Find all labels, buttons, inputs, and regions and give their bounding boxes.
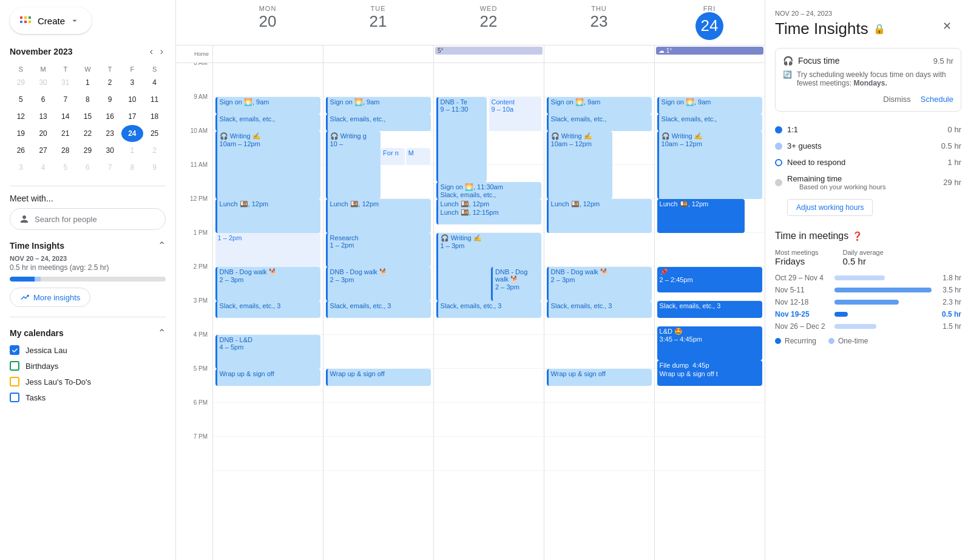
adjust-working-hours-button[interactable]: Adjust working hours	[787, 199, 873, 216]
dismiss-button[interactable]: Dismiss	[883, 95, 911, 104]
calendar-event[interactable]: M	[406, 148, 430, 165]
calendar-event[interactable]: Sign on 🌅, 9am	[326, 97, 431, 114]
calendar-event[interactable]: Wrap up & sign off	[215, 369, 321, 386]
mini-cal-day[interactable]: 20	[32, 125, 55, 142]
calendar-event[interactable]: Sign on 🌅, 9am	[657, 97, 763, 114]
mini-cal-day[interactable]: 4	[143, 74, 166, 91]
day-number[interactable]: 22	[480, 12, 498, 31]
mini-cal-day[interactable]: 11	[143, 91, 166, 108]
mini-cal-day[interactable]: 10	[121, 91, 144, 108]
calendar-event[interactable]: Slack, emails, etc.,	[547, 114, 652, 131]
day-number[interactable]: 20	[259, 12, 277, 31]
schedule-button[interactable]: Schedule	[921, 95, 953, 104]
calendar-event[interactable]: Slack, emails, etc., 3	[215, 301, 321, 318]
mini-cal-day[interactable]: 1	[121, 142, 144, 159]
mini-cal-next[interactable]: ›	[158, 44, 166, 59]
calendar-event[interactable]: 📌 2 – 2:45pm	[657, 267, 763, 292]
day-number[interactable]: 21	[370, 12, 387, 31]
calendar-event[interactable]: Sign on 🌅, 9am	[215, 97, 321, 114]
calendar-event[interactable]: 🎧 Writing ✍️ 10am – 12pm	[657, 131, 763, 199]
mini-cal-day[interactable]: 29	[76, 142, 99, 159]
mini-cal-day[interactable]: 14	[54, 108, 76, 125]
mini-cal-day[interactable]: 12	[10, 108, 32, 125]
calendar-event[interactable]: 1 – 2pm	[215, 233, 321, 267]
mini-cal-day[interactable]: 13	[32, 108, 55, 125]
search-people-button[interactable]: Search for people	[10, 208, 166, 230]
calendar-event[interactable]: Lunch 🍱, 12pm	[657, 199, 745, 233]
my-calendars-collapse[interactable]: ⌃	[158, 327, 166, 339]
calendar-event[interactable]: DNB - Te 9 – 11:30	[436, 97, 487, 182]
mini-cal-day[interactable]: 25	[143, 125, 166, 142]
mini-cal-day[interactable]: 16	[99, 108, 121, 125]
mini-cal-day[interactable]: 3	[10, 159, 32, 176]
calendar-event[interactable]: Content 9 – 10a	[489, 97, 542, 131]
calendar-event[interactable]: 🎧 Writing ✍️ 10am – 12pm	[547, 131, 613, 199]
calendar-event[interactable]: DNB - Dog walk 🐕 2 – 3pm	[326, 267, 431, 301]
mini-cal-day[interactable]: 22	[76, 125, 99, 142]
mini-cal-day[interactable]: 2	[143, 142, 166, 159]
create-button[interactable]: Create	[10, 7, 92, 34]
calendar-event[interactable]: Wrap up & sign off	[326, 369, 431, 386]
mini-cal-day[interactable]: 29	[10, 74, 32, 91]
calendar-event[interactable]: DNB - Dog walk 🐕 2 – 3pm	[215, 267, 321, 301]
calendar-event[interactable]: DNB - Dog walk 🐕 2 – 3pm	[547, 267, 652, 301]
mini-cal-day[interactable]: 24	[121, 125, 144, 142]
mini-cal-day[interactable]: 1	[76, 74, 99, 91]
mini-cal-day[interactable]: 8	[121, 159, 144, 176]
calendar-item[interactable]: Jessica Lau	[10, 342, 166, 358]
time-insights-collapse[interactable]: ⌃	[158, 240, 166, 251]
mini-cal-day[interactable]: 7	[54, 91, 76, 108]
mini-cal-day[interactable]: 21	[54, 125, 76, 142]
mini-cal-day[interactable]: 5	[54, 159, 76, 176]
calendar-event[interactable]: L&D 🤩 3:45 – 4:45pm	[657, 326, 763, 360]
mini-cal-day[interactable]: 4	[32, 159, 55, 176]
calendar-event[interactable]: Slack, emails, etc., 3	[547, 301, 652, 318]
calendar-event[interactable]: Lunch 🍱, 12pm	[326, 199, 431, 233]
calendar-event[interactable]: Lunch 🍱, 12:15pm	[436, 207, 542, 224]
mini-cal-day[interactable]: 26	[10, 142, 32, 159]
all-day-event-fri[interactable]: ☁ 1°	[656, 47, 763, 55]
mini-cal-day[interactable]: 9	[143, 159, 166, 176]
mini-cal-day[interactable]: 6	[32, 91, 55, 108]
mini-cal-day[interactable]: 7	[99, 159, 121, 176]
mini-cal-day[interactable]: 30	[32, 74, 55, 91]
mini-cal-day[interactable]: 8	[76, 91, 99, 108]
calendar-event[interactable]: Slack, emails, etc.,	[326, 114, 431, 131]
calendar-event[interactable]: DNB - Dog walk 🐕 2 – 3pm	[491, 267, 541, 301]
calendar-event[interactable]: For n	[381, 148, 405, 165]
calendar-item[interactable]: Jess Lau's To-Do's	[10, 374, 166, 390]
calendar-item[interactable]: Tasks	[10, 390, 166, 405]
calendar-event[interactable]: Slack, emails, etc.,	[657, 114, 763, 131]
mini-cal-day[interactable]: 31	[54, 74, 76, 91]
mini-cal-day[interactable]: 3	[121, 74, 144, 91]
mini-cal-day[interactable]: 6	[76, 159, 99, 176]
calendar-event[interactable]: Lunch 🍱, 12pm	[547, 199, 652, 233]
calendar-item[interactable]: Birthdays	[10, 358, 166, 374]
calendar-event[interactable]: DNB - L&D 4 – 5pm	[215, 335, 321, 369]
day-number[interactable]: 24	[695, 12, 723, 40]
calendar-event[interactable]: Slack, emails, etc., 3	[436, 301, 542, 318]
mini-cal-prev[interactable]: ‹	[147, 44, 155, 59]
calendar-event[interactable]: Slack, emails, etc.,	[215, 114, 321, 131]
mini-cal-day[interactable]: 30	[99, 142, 121, 159]
mini-cal-day[interactable]: 2	[99, 74, 121, 91]
mini-cal-day[interactable]: 9	[99, 91, 121, 108]
calendar-event[interactable]: Wrap up & sign off t	[657, 369, 763, 386]
calendar-event[interactable]: Slack, emails, etc., 3	[326, 301, 431, 318]
calendar-event[interactable]: Research 1 – 2pm	[326, 233, 431, 267]
mini-cal-day[interactable]: 28	[54, 142, 76, 159]
mini-cal-day[interactable]: 17	[121, 108, 144, 125]
mini-cal-day[interactable]: 27	[32, 142, 55, 159]
more-insights-button[interactable]: More insights	[10, 288, 90, 307]
calendar-event[interactable]: 🎧 Writing ✍️ 10am – 12pm	[215, 131, 321, 199]
calendar-event[interactable]: 🎧 Writing g 10 –	[326, 131, 381, 199]
mini-cal-day[interactable]: 5	[10, 91, 32, 108]
calendar-event[interactable]: Wrap up & sign off	[547, 369, 652, 386]
calendar-event[interactable]: Sign on 🌅, 9am	[547, 97, 652, 114]
mini-cal-day[interactable]: 18	[143, 108, 166, 125]
mini-cal-day[interactable]: 15	[76, 108, 99, 125]
calendar-event[interactable]: Lunch 🍱, 12pm	[215, 199, 321, 233]
mini-cal-day[interactable]: 23	[99, 125, 121, 142]
mini-cal-day[interactable]: 19	[10, 125, 32, 142]
day-number[interactable]: 23	[590, 12, 608, 31]
